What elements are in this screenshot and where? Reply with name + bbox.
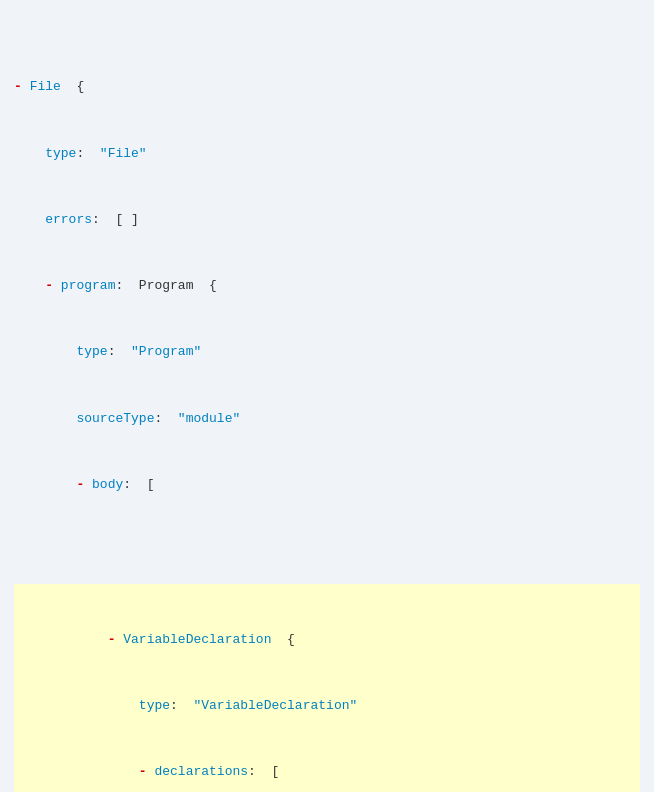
val-program: "Program" (131, 344, 201, 359)
line-type-var-decl: type: "VariableDeclaration" (14, 695, 640, 717)
line-type-program: type: "Program" (14, 341, 640, 363)
dash-var-decl: - (108, 632, 116, 647)
val-var-decl: "VariableDeclaration" (193, 698, 357, 713)
key-type3: type (139, 698, 170, 713)
line-type-file: type: "File" (14, 143, 640, 165)
key-program: program (61, 278, 116, 293)
key-errors: errors (45, 212, 92, 227)
key-body: body (92, 477, 123, 492)
line-declarations: - declarations: [ (14, 761, 640, 783)
key-source-type: sourceType (76, 411, 154, 426)
val-file: "File" (100, 146, 147, 161)
key-declarations: declarations (154, 764, 248, 779)
line-program: - program: Program { (14, 275, 640, 297)
line-variable-declaration: - VariableDeclaration { (14, 629, 640, 651)
dash-body: - (76, 477, 84, 492)
key-file: File (30, 79, 61, 94)
line-source-type: sourceType: "module" (14, 408, 640, 430)
key-type2: type (76, 344, 107, 359)
line-body: - body: [ (14, 474, 640, 496)
key-var-decl: VariableDeclaration (123, 632, 271, 647)
val-module: "module" (178, 411, 240, 426)
dash-program: - (45, 278, 53, 293)
dash-icon: - (14, 79, 22, 94)
highlighted-region: - VariableDeclaration { type: "VariableD… (14, 584, 640, 792)
key-type: type (45, 146, 76, 161)
line-file: - File { (14, 76, 640, 98)
dash-declarations: - (139, 764, 147, 779)
ast-tree-view: - File { type: "File" errors: [ ] - prog… (14, 10, 640, 792)
line-errors: errors: [ ] (14, 209, 640, 231)
